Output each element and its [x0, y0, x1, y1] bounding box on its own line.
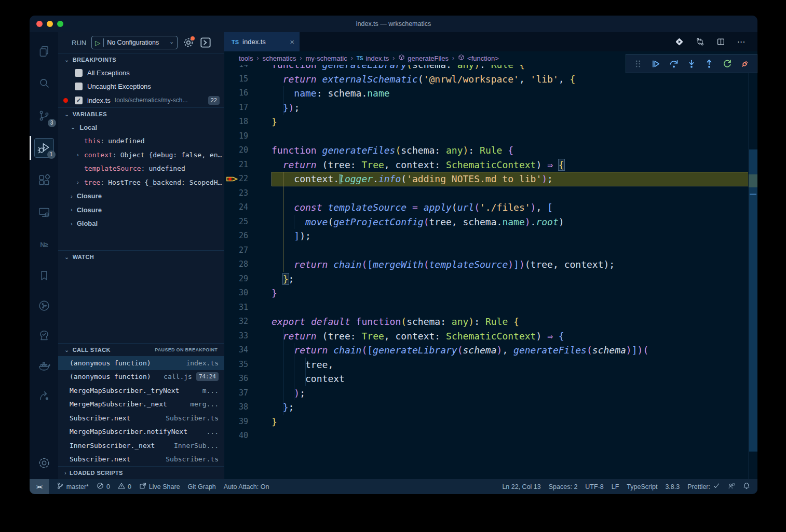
breadcrumb-item[interactable]: my-schematic [306, 54, 347, 62]
editor-scrollbar[interactable] [748, 65, 757, 479]
code-line-29[interactable]: 29 }; [224, 272, 748, 287]
more-actions-icon[interactable]: ⋯ [737, 37, 746, 47]
gutter[interactable]: 24 [224, 200, 272, 215]
activity-item-source-control[interactable]: 3 [30, 100, 58, 132]
gutter[interactable]: 32 [224, 315, 272, 329]
activity-item-git-graph[interactable] [30, 291, 58, 321]
gutter[interactable]: 17 [224, 101, 272, 115]
breakpoint-checkbox[interactable]: ✓ [75, 97, 83, 104]
code-line-22[interactable]: 22 context.logger.info('adding NOTES.md … [224, 172, 748, 186]
statusbar-item-feedback[interactable] [728, 479, 735, 494]
continue-button[interactable] [650, 58, 661, 70]
restart-button[interactable] [722, 58, 733, 70]
step-out-button[interactable] [703, 58, 715, 70]
gutter[interactable]: 20 [224, 143, 272, 158]
call-stack-frame[interactable]: MergeMapSubscriber.notifyNext... [58, 425, 224, 439]
code-line-36[interactable]: 36 context [224, 372, 748, 386]
statusbar-item-0[interactable]: 0 [118, 479, 131, 494]
activity-item-share[interactable] [30, 381, 58, 411]
scrollbar-thumb[interactable] [749, 149, 757, 452]
watch-section-header[interactable]: ⌄ WATCH [58, 250, 224, 263]
code-line-26[interactable]: 26 ]); [224, 229, 748, 243]
launch-configuration-dropdown[interactable]: ▷ No Configurations ⌄ [91, 36, 178, 49]
activity-item-extensions[interactable] [30, 164, 58, 196]
statusbar-item--[interactable]: >< [30, 479, 49, 494]
statusbar-item-bell[interactable] [743, 479, 750, 494]
breakpoint-row[interactable]: ✓index.tstools/schematics/my-sch...22 [58, 93, 224, 107]
gutter[interactable]: 35 [224, 358, 272, 372]
breakpoint-checkbox[interactable] [75, 69, 83, 77]
code-line-27[interactable]: 27 [224, 243, 748, 258]
statusbar-item-ln-22-col-13[interactable]: Ln 22, Col 13 [502, 479, 540, 494]
call-stack-section-header[interactable]: ⌄ CALL STACK PAUSED ON BREAKPOINT [58, 343, 224, 356]
statusbar-item-prettier-[interactable]: Prettier: [687, 479, 720, 494]
statusbar-item-git-graph[interactable]: Git Graph [188, 479, 216, 494]
gutter[interactable]: 23 [224, 186, 272, 201]
code-line-31[interactable]: 31 [224, 301, 748, 315]
code-line-18[interactable]: 18} [224, 115, 748, 129]
gutter[interactable]: 28 [224, 257, 272, 272]
variable-row[interactable]: this:undefined [58, 134, 224, 148]
breakpoint-checkbox[interactable] [75, 83, 83, 90]
statusbar-item-master-[interactable]: master* [57, 479, 89, 494]
code-line-33[interactable]: 33 return (tree: Tree, context: Schemati… [224, 329, 748, 344]
breadcrumb-item[interactable]: tools [239, 54, 253, 62]
gutter[interactable]: 34 [224, 343, 272, 358]
gutter[interactable]: 36 [224, 372, 272, 386]
activity-item-settings[interactable] [30, 447, 58, 479]
activity-item-docker[interactable] [30, 351, 58, 381]
call-stack-frame[interactable]: Subscriber.nextSubscriber.ts [58, 411, 224, 425]
gutter[interactable]: 40 [224, 429, 272, 443]
gutter[interactable]: 22 [224, 172, 272, 186]
loaded-scripts-section-header[interactable]: › LOADED SCRIPTS [58, 466, 224, 479]
close-tab-icon[interactable]: × [290, 37, 294, 46]
variable-row[interactable]: ›tree:HostTree {_backend: ScopedH… [58, 175, 224, 189]
statusbar-item-utf-8[interactable]: UTF-8 [585, 479, 603, 494]
breakpoint-row[interactable]: Uncaught Exceptions [58, 80, 224, 94]
breakpoint-row[interactable]: All Exceptions [58, 66, 224, 80]
code-line-17[interactable]: 17 }); [224, 101, 748, 115]
gutter[interactable]: 38 [224, 400, 272, 415]
call-stack-frame[interactable]: MergeMapSubscriber._tryNextm... [58, 384, 224, 398]
code-line-15[interactable]: 15 return externalSchematic('@nrwl/works… [224, 72, 748, 87]
activity-item-bookmarks[interactable] [30, 261, 58, 291]
gutter[interactable]: 19 [224, 129, 272, 144]
gutter[interactable]: 33 [224, 329, 272, 344]
breadcrumb-item[interactable]: generateFiles [398, 54, 449, 62]
code-line-23[interactable]: 23 [224, 186, 748, 201]
call-stack-frame[interactable]: Subscriber.nextSubscriber.ts [58, 453, 224, 467]
variable-row[interactable]: templateSource:undefined [58, 162, 224, 176]
code-line-37[interactable]: 37 ); [224, 386, 748, 401]
variables-section-header[interactable]: ⌄ VARIABLES [58, 107, 224, 120]
toolbar-drag-handle[interactable] [632, 58, 644, 70]
gutter[interactable]: 25 [224, 215, 272, 229]
statusbar-item-spaces-2[interactable]: Spaces: 2 [549, 479, 578, 494]
statusbar-item-lf[interactable]: LF [612, 479, 619, 494]
variable-row[interactable]: ›context:Object {debug: false, en… [58, 148, 224, 162]
code-line-30[interactable]: 30} [224, 286, 748, 301]
gutter[interactable]: 21 [224, 158, 272, 172]
variable-scope-row[interactable]: ⌄Local [58, 120, 224, 134]
variable-scope-row[interactable]: ›Closure [58, 203, 224, 217]
activity-item-explorer[interactable] [30, 35, 58, 67]
debug-console-button[interactable] [199, 36, 212, 49]
gutter[interactable]: 27 [224, 243, 272, 258]
code-line-39[interactable]: 39} [224, 415, 748, 429]
code-line-34[interactable]: 34 return chain([generateLibrary(schema)… [224, 343, 748, 358]
code-line-24[interactable]: 24 const templateSource = apply(url('./f… [224, 200, 748, 215]
gutter[interactable]: 26 [224, 229, 272, 243]
code-line-16[interactable]: 16 name: schema.name [224, 86, 748, 101]
step-into-button[interactable] [686, 58, 697, 70]
activity-item-remote-explorer[interactable] [30, 196, 58, 228]
variable-scope-row[interactable]: ›Closure [58, 189, 224, 203]
gutter[interactable]: 37 [224, 386, 272, 401]
gutter[interactable]: 29 [224, 272, 272, 287]
run-diamond-icon[interactable] [674, 37, 684, 47]
statusbar-item-live-share[interactable]: Live Share [139, 479, 180, 494]
code-line-38[interactable]: 38 }; [224, 400, 748, 415]
step-over-button[interactable] [668, 58, 680, 70]
breadcrumb-item[interactable]: schematics [262, 54, 296, 62]
configure-gear-button[interactable] [183, 37, 194, 48]
statusbar-item-auto-attach-on[interactable]: Auto Attach: On [224, 479, 269, 494]
statusbar-item-typescript[interactable]: TypeScript [627, 479, 657, 494]
